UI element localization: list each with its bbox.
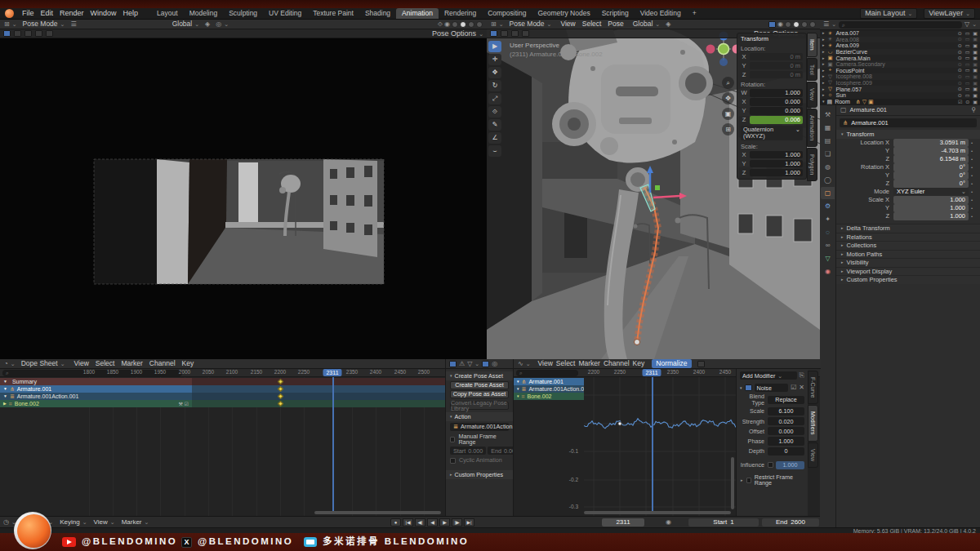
object-name[interactable]: Camera.Main: [836, 56, 871, 61]
render-disable-icon[interactable]: ▣: [973, 43, 978, 48]
value-field[interactable]: 0 m: [750, 62, 803, 70]
sidebar-tab[interactable]: Polygon: [807, 148, 817, 181]
menu-item[interactable]: Marker: [118, 360, 145, 367]
channel-badges[interactable]: ⚒ ☑: [179, 402, 189, 407]
proportional-icon[interactable]: ◎: [492, 361, 497, 367]
annotate-tool-icon[interactable]: ✎: [488, 119, 501, 131]
viewport-disable-icon[interactable]: ▭: [965, 37, 970, 42]
dope-playhead-frame[interactable]: 2311: [323, 369, 341, 376]
normalize-toggle[interactable]: Normalize: [652, 359, 691, 368]
row-value-field[interactable]: 6.100: [768, 407, 804, 415]
collapsed-section-header[interactable]: ▸Motion Paths: [836, 250, 980, 259]
hide-eye-icon[interactable]: ⊙: [958, 43, 962, 48]
channel-row[interactable]: ▼ Summary: [0, 378, 445, 385]
expand-icon[interactable]: ▸: [822, 69, 825, 73]
row-value-field[interactable]: 1.000: [893, 196, 969, 204]
collapsed-menus-icon[interactable]: ☰: [70, 21, 76, 28]
workspace-tab[interactable]: Sculpting: [223, 8, 263, 19]
snap-toggle-icon[interactable]: [482, 361, 489, 367]
tab-object-icon[interactable]: ▢: [821, 187, 835, 199]
shading-mode-switch[interactable]: ⟐ ◉: [438, 21, 483, 28]
frame-end-field[interactable]: End2600: [762, 518, 819, 527]
graph-hscrollbar[interactable]: [584, 511, 731, 514]
render-disable-icon[interactable]: ▣: [973, 31, 978, 36]
channel-name[interactable]: Summary: [12, 379, 37, 384]
overlays-icon[interactable]: ◉: [777, 21, 783, 28]
expand-icon[interactable]: ▸: [822, 93, 825, 97]
pin-icon[interactable]: ⚲: [971, 107, 976, 113]
add-modifier-dropdown[interactable]: Add Modifier: [740, 371, 797, 380]
menu-item[interactable]: View: [557, 20, 578, 28]
expand-icon[interactable]: ▶: [3, 402, 7, 406]
menu-item[interactable]: Marker: [577, 360, 601, 367]
row-value-field[interactable]: -4.703 m: [893, 147, 969, 155]
tab-world-icon[interactable]: ◯: [821, 174, 835, 186]
custom-properties-section[interactable]: ▸Custom Properties: [446, 470, 513, 479]
jump-end-button[interactable]: ▶|: [464, 518, 474, 527]
row-value-field[interactable]: 3.0591 m: [893, 139, 969, 147]
outliner-item[interactable]: ▸ ☀ Area.007 ⊙▭▣: [820, 30, 980, 37]
expand-icon[interactable]: ▸: [822, 62, 825, 66]
hide-eye-icon[interactable]: ⊙: [958, 81, 962, 86]
proportional-edit-icon[interactable]: ◎: [216, 21, 229, 28]
hide-eye-icon[interactable]: ⊙: [958, 68, 962, 73]
row-value-field[interactable]: 1.000: [893, 212, 969, 220]
expand-icon[interactable]: ▸: [822, 87, 825, 91]
mode-selector[interactable]: Pose Mode: [23, 20, 65, 28]
viewport-disable-icon[interactable]: ▭: [965, 87, 970, 91]
viewport-disable-icon[interactable]: ▭: [965, 93, 970, 98]
row-value-field[interactable]: 0°: [893, 180, 969, 188]
value-field[interactable]: 1.000: [750, 89, 803, 97]
cyclic-animation-checkbox[interactable]: Cyclic Animation: [450, 457, 509, 463]
tab-particles-icon[interactable]: ✦: [821, 213, 835, 225]
create-pose-asset-button[interactable]: Create Pose Asset: [450, 381, 509, 389]
render-disable-icon[interactable]: ▣: [973, 68, 978, 73]
select-tool-icon[interactable]: ▶: [488, 41, 501, 52]
render-disable-icon[interactable]: ▣: [973, 56, 978, 60]
pose-options-dropdown[interactable]: Pose Options: [432, 30, 483, 38]
workspace-tab[interactable]: Shading: [359, 8, 396, 19]
viewport-disable-icon[interactable]: ▭: [965, 62, 970, 67]
value-field[interactable]: 0.006: [750, 116, 803, 124]
snap-magnet-icon[interactable]: ◈: [666, 21, 670, 28]
ortho-toggle-icon[interactable]: ⊞: [722, 123, 734, 136]
animate-dot[interactable]: •: [969, 189, 975, 194]
outliner-item[interactable]: ▸ ☼ Sun ⊙▭▣: [820, 92, 980, 99]
channel-row[interactable]: ▾ ⌗ Bone.002: [514, 393, 584, 400]
tool-toggle-icon[interactable]: [490, 30, 497, 37]
editor-type-icon[interactable]: ∿: [518, 361, 531, 367]
editor-type-icon[interactable]: ⊞: [4, 21, 17, 28]
animate-dot[interactable]: •: [969, 165, 975, 170]
xray-toggle-icon[interactable]: [768, 21, 776, 28]
mute-checkbox-icon[interactable]: ☑: [791, 384, 796, 391]
menu-item[interactable]: Window: [87, 10, 120, 17]
hide-eye-icon[interactable]: ⊙: [958, 93, 962, 98]
hide-eye-icon[interactable]: ⊙: [958, 56, 962, 60]
normalize-auto-icon[interactable]: [697, 361, 705, 367]
create-pose-section[interactable]: ▾Create Pose Asset: [446, 371, 513, 380]
tab-render-icon[interactable]: ▦: [821, 122, 835, 134]
row-value-field[interactable]: 0.020: [768, 417, 804, 425]
object-name[interactable]: Icosphere.008: [836, 73, 872, 79]
tab-scene-icon[interactable]: ◍: [821, 161, 835, 173]
outliner-item[interactable]: ▸ ▽ Icosphere.008 ⊙▭▣: [820, 73, 980, 80]
manual-frame-range-checkbox[interactable]: Manual Frame Range: [450, 433, 509, 445]
tab-data-icon[interactable]: ▽: [821, 252, 835, 264]
render-disable-icon[interactable]: ▣: [973, 62, 978, 67]
shading-rendered-icon[interactable]: [476, 21, 483, 28]
zoom-view-icon[interactable]: ⌕: [722, 77, 734, 89]
object-name[interactable]: Plane.057: [836, 87, 862, 92]
pan-view-icon[interactable]: ✥: [722, 92, 734, 104]
animate-dot[interactable]: •: [969, 206, 975, 211]
move-tool-icon[interactable]: ✥: [488, 67, 501, 78]
channel-row[interactable]: ▼ ≣ Armature.001Action.001: [0, 393, 445, 400]
channel-search-input[interactable]: ⌕: [516, 370, 578, 376]
next-keyframe-button[interactable]: |▶: [452, 518, 462, 527]
keying-set-icon[interactable]: ◉: [666, 519, 671, 526]
expand-icon[interactable]: ▸: [822, 74, 825, 78]
tool-toggle-icon[interactable]: [3, 30, 11, 37]
keyframe-point[interactable]: [618, 422, 621, 425]
menu-item[interactable]: Key: [631, 360, 647, 367]
transform-tool-icon[interactable]: ⟐: [488, 106, 501, 118]
prev-keyframe-button[interactable]: ◀|: [415, 518, 425, 527]
